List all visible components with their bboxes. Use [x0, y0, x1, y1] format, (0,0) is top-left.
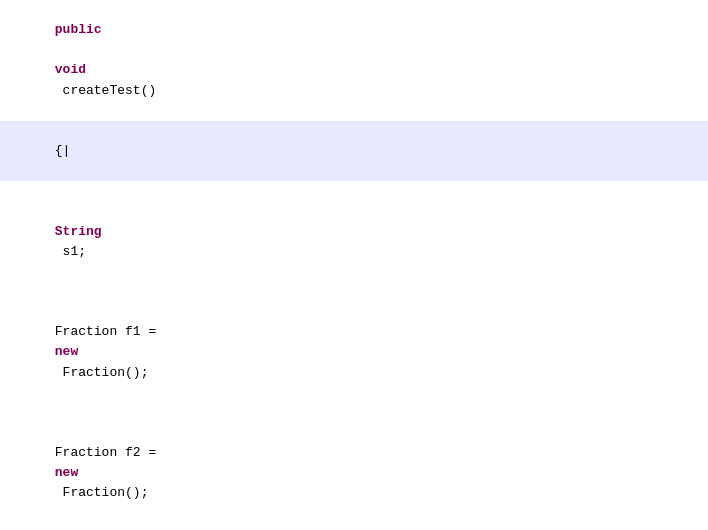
keyword-void: void — [55, 62, 86, 77]
code-editor: public void createTest() {| String s1; F… — [0, 0, 708, 530]
code-line-3: String s1; — [0, 181, 708, 282]
code-line-4: Fraction f1 = new Fraction(); — [0, 282, 708, 403]
keyword-public: public — [55, 22, 102, 37]
code-line-1: public void createTest() — [0, 0, 708, 121]
code-line-2: {| — [0, 121, 708, 181]
code-line-5: Fraction f2 = new Fraction(); — [0, 403, 708, 524]
keyword-string: String — [55, 224, 102, 239]
code-line-6: Fraction f3 = new Fraction(); — [0, 524, 708, 530]
